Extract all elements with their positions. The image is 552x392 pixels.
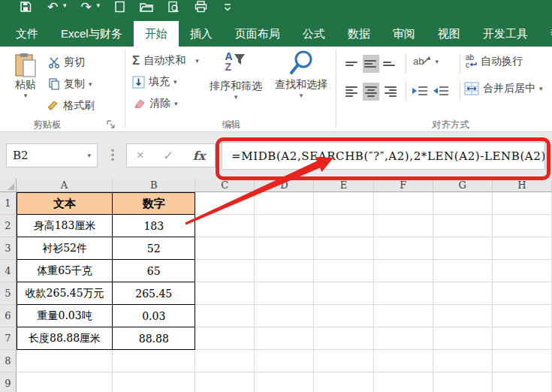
cell-H4[interactable] (493, 260, 552, 282)
cell-E6[interactable] (314, 305, 373, 327)
cell-A2[interactable]: 身高183厘米 (17, 215, 113, 237)
cell-F3[interactable] (374, 237, 433, 260)
decrease-indent-icon[interactable] (412, 84, 428, 101)
cell-A8[interactable] (17, 350, 113, 372)
row-header-8[interactable]: 8 (0, 350, 17, 372)
tab-formulas[interactable]: 公式 (291, 21, 336, 47)
tab-data[interactable]: 数据 (336, 21, 382, 47)
align-bottom-icon[interactable] (382, 55, 398, 73)
open-folder-icon[interactable] (139, 0, 154, 15)
cell-B3[interactable]: 52 (113, 237, 195, 260)
align-center-icon[interactable] (363, 83, 379, 101)
column-header-F[interactable]: F (374, 179, 433, 192)
cell-D6[interactable] (255, 305, 314, 327)
tab-file[interactable]: 文件 (5, 21, 50, 47)
cell-H5[interactable] (493, 282, 552, 305)
cell-F1[interactable] (374, 192, 433, 215)
increase-indent-icon[interactable] (433, 84, 449, 101)
merge-center-dropdown-icon[interactable]: ▾ (539, 85, 543, 92)
cell-D7[interactable] (255, 327, 314, 350)
cell-G1[interactable] (433, 192, 493, 215)
row-header-4[interactable]: 4 (0, 260, 17, 282)
cell-B7[interactable]: 88.88 (113, 327, 195, 350)
cell-A4[interactable]: 体重65千克 (17, 260, 113, 282)
cell-B9[interactable] (113, 372, 195, 392)
cell-C4[interactable] (195, 260, 255, 282)
column-header-C[interactable]: C (195, 179, 255, 192)
cell-H9[interactable] (493, 372, 552, 392)
cut-button[interactable]: 剪切 (48, 56, 85, 69)
orientation-button[interactable]: ab ▾ (413, 56, 439, 67)
tab-help[interactable]: 帮助 (539, 21, 552, 47)
column-header-D[interactable]: D (255, 179, 314, 192)
cell-D4[interactable] (255, 260, 314, 282)
cell-G5[interactable] (433, 282, 493, 305)
cell-A7[interactable]: 长度88.88厘米 (17, 327, 113, 350)
wrap-text-button[interactable]: abc 自动换行 (466, 54, 523, 69)
cell-G6[interactable] (433, 305, 493, 327)
cell-C1[interactable] (195, 192, 255, 215)
row-header-5[interactable]: 5 (0, 282, 17, 305)
tab-home[interactable]: 开始 (134, 21, 179, 47)
cell-B6[interactable]: 0.03 (113, 305, 195, 327)
cell-D3[interactable] (255, 237, 314, 260)
cell-B2[interactable]: 183 (113, 215, 195, 237)
cell-F8[interactable] (374, 350, 433, 372)
cell-C6[interactable] (195, 305, 255, 327)
cancel-icon[interactable]: × (137, 148, 144, 163)
cell-E4[interactable] (314, 260, 373, 282)
cell-H7[interactable] (493, 327, 552, 350)
find-select-button[interactable]: 查找和选择 ▾ (269, 50, 333, 99)
redo-dropdown-icon[interactable]: ▾ (97, 2, 101, 9)
paste-dropdown-icon[interactable]: ▾ (24, 92, 28, 99)
clear-dropdown-icon[interactable]: ▾ (174, 100, 178, 107)
cell-B1[interactable]: 数字 (113, 192, 195, 215)
cell-B4[interactable]: 65 (113, 260, 195, 282)
cell-E9[interactable] (314, 372, 373, 392)
print-preview-icon[interactable] (166, 0, 181, 15)
cell-G3[interactable] (433, 237, 493, 260)
column-header-H[interactable]: H (493, 179, 552, 192)
cell-C9[interactable] (195, 372, 255, 392)
align-left-icon[interactable] (344, 83, 360, 101)
cell-H1[interactable] (493, 192, 552, 215)
redo-icon[interactable]: ↷ (79, 0, 94, 15)
tab-review[interactable]: 审阅 (382, 21, 427, 47)
align-middle-icon[interactable] (363, 55, 379, 73)
cell-F5[interactable] (374, 282, 433, 305)
cell-C8[interactable] (195, 350, 255, 372)
tab-excel-finance[interactable]: Excel与财务 (50, 21, 134, 47)
cell-A5[interactable]: 收款265.45万元 (17, 282, 113, 305)
row-header-2[interactable]: 2 (0, 215, 17, 237)
cell-H2[interactable] (493, 215, 552, 237)
row-header-1[interactable]: 1 (0, 192, 17, 215)
select-all-corner[interactable] (0, 179, 17, 192)
cell-A3[interactable]: 衬衫52件 (17, 237, 113, 260)
orientation-dropdown-icon[interactable]: ▾ (435, 58, 439, 65)
row-header-7[interactable]: 7 (0, 327, 17, 350)
cell-E8[interactable] (314, 350, 373, 372)
merge-center-button[interactable]: 合并后居中 ▾ (464, 82, 543, 95)
cell-D1[interactable] (255, 192, 314, 215)
cell-E1[interactable] (314, 192, 373, 215)
cell-F9[interactable] (374, 372, 433, 392)
cell-E2[interactable] (314, 215, 373, 237)
new-document-icon[interactable] (112, 0, 127, 15)
cell-D8[interactable] (255, 350, 314, 372)
format-painter-button[interactable]: 格式刷 (47, 99, 95, 113)
tab-page-layout[interactable]: 页面布局 (224, 21, 291, 47)
cell-D2[interactable] (255, 215, 314, 237)
row-header-6[interactable]: 6 (0, 305, 17, 327)
cell-B8[interactable] (113, 350, 195, 372)
row-header-3[interactable]: 3 (0, 237, 17, 260)
fill-dropdown-icon[interactable]: ▾ (173, 78, 177, 86)
cell-E7[interactable] (314, 327, 373, 350)
tab-insert[interactable]: 插入 (179, 21, 224, 47)
cell-G7[interactable] (433, 327, 493, 350)
insert-function-icon[interactable]: fx (193, 149, 205, 163)
save-icon[interactable] (18, 0, 33, 15)
align-right-icon[interactable] (382, 83, 398, 101)
row-header-9[interactable]: 9 (0, 372, 17, 392)
cell-E5[interactable] (314, 282, 373, 305)
cell-C2[interactable] (195, 215, 255, 237)
